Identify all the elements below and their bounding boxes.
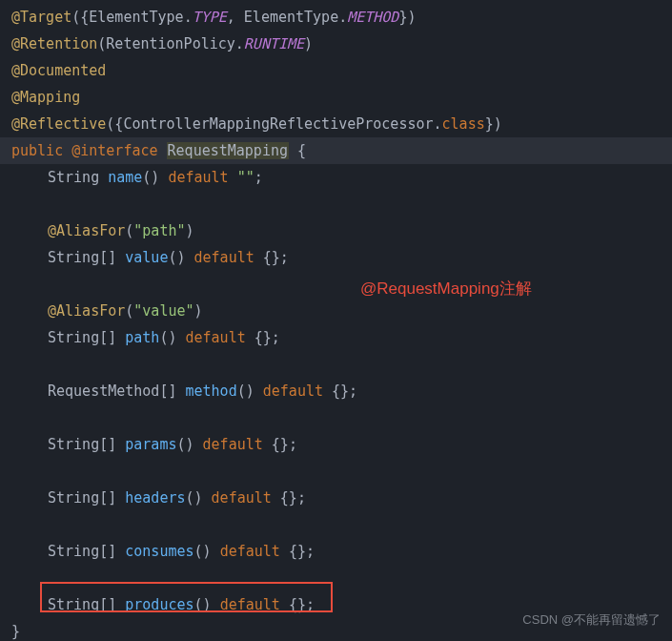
code-line-value-method: String[] value() default {}; xyxy=(0,244,672,271)
code-line-blank xyxy=(0,458,672,485)
annotation-label: @RequestMapping注解 xyxy=(360,276,532,302)
code-line-declaration: public @interface RequestMapping { xyxy=(0,137,672,164)
code-line-path-method: String[] path() default {}; xyxy=(0,324,672,351)
code-line-name-method: String name() default ""; xyxy=(0,164,672,191)
highlight-box-produces xyxy=(40,582,333,612)
code-line-alias-path: @AliasFor("path") xyxy=(0,217,672,244)
code-line-mapping: @Mapping xyxy=(0,84,672,111)
code-line-method-method: RequestMethod[] method() default {}; xyxy=(0,378,672,404)
code-line-retention: @Retention(RetentionPolicy.RUNTIME) xyxy=(0,31,672,57)
code-line-blank xyxy=(0,351,672,378)
code-line-consumes-method: String[] consumes() default {}; xyxy=(0,538,672,565)
code-line-alias-value: @AliasFor("value") xyxy=(0,298,672,324)
code-line-blank xyxy=(0,191,672,217)
code-line-headers-method: String[] headers() default {}; xyxy=(0,485,672,511)
code-line-reflective: @Reflective({ControllerMappingReflective… xyxy=(0,111,672,137)
code-line-target: @Target({ElementType.TYPE, ElementType.M… xyxy=(0,4,672,31)
code-line-blank xyxy=(0,404,672,431)
code-line-params-method: String[] params() default {}; xyxy=(0,431,672,458)
code-line-documented: @Documented xyxy=(0,57,672,84)
interface-name-highlight: RequestMapping xyxy=(167,142,289,159)
watermark-text: CSDN @不能再留遗憾了 xyxy=(522,607,661,633)
code-editor: @Target({ElementType.TYPE, ElementType.M… xyxy=(0,4,672,641)
code-line-blank xyxy=(0,271,672,298)
code-line-blank xyxy=(0,511,672,538)
